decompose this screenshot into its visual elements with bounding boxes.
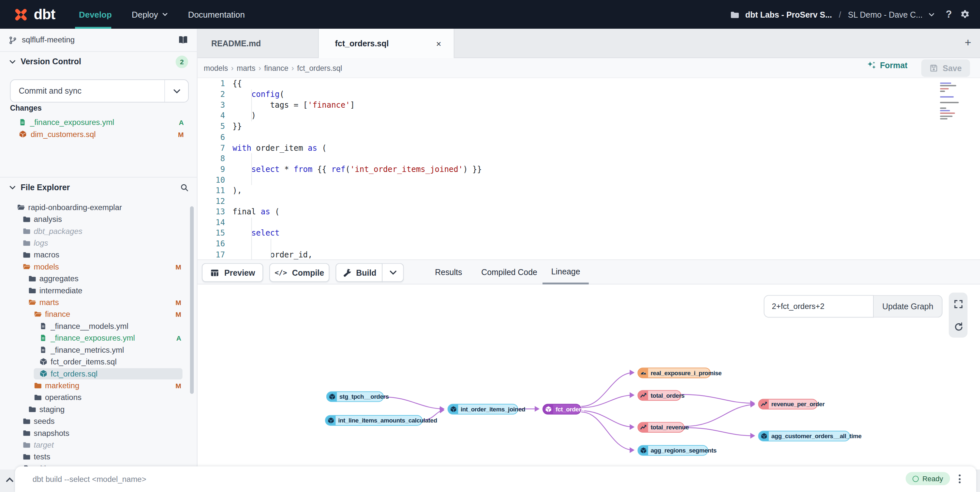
hammer-icon <box>342 268 351 277</box>
code-line: 10 <box>197 174 980 185</box>
tree-item-analysis[interactable]: analysis <box>0 213 197 225</box>
build-button[interactable]: Build <box>336 263 382 282</box>
save-label: Save <box>943 63 962 73</box>
folder-icon <box>28 405 36 414</box>
nav-item-deploy[interactable]: Deploy <box>132 10 168 19</box>
tab-results[interactable]: Results <box>426 260 471 284</box>
breadcrumb-item: marts <box>237 63 256 72</box>
save-button[interactable]: Save <box>921 59 970 77</box>
preview-button[interactable]: Preview <box>202 263 263 282</box>
tree-item-marts[interactable]: martsM <box>0 296 197 308</box>
code-editor[interactable]: 1{{2 config(3 tags = ['finance']4 )5}}67… <box>197 78 980 260</box>
chevron-down-icon <box>9 184 16 191</box>
version-control-header[interactable]: Version Control 2 <box>0 52 197 71</box>
build-options-caret[interactable] <box>382 263 404 282</box>
cube-icon <box>19 130 27 138</box>
lineage-node-agg_regions_segments[interactable]: agg_regions_segments <box>637 445 708 456</box>
tree-item-fct-order-items-sql[interactable]: fct_order_items.sql <box>0 356 197 367</box>
status-badge[interactable]: Ready <box>905 472 950 485</box>
lineage-node-real_exposure_i_promise[interactable]: real_exposure_i_promise <box>637 368 710 379</box>
command-input[interactable]: dbt build --select <model_name> <box>33 466 146 492</box>
lineage-edge <box>684 404 754 427</box>
cube-icon <box>40 358 48 366</box>
tree-item-staging[interactable]: staging <box>0 403 197 415</box>
branch-name[interactable]: sqlfluff-meeting <box>22 35 173 45</box>
lineage-node-int_line_items_amounts_calculated[interactable]: int_line_items_amounts_calculated <box>325 415 423 426</box>
logo-text: dbt <box>34 6 56 23</box>
tree-item--finance-models-yml[interactable]: _finance__models.yml <box>0 320 197 332</box>
lineage-node-fct_orders[interactable]: fct_orders <box>542 404 581 415</box>
lineage-node-revenue_per_order[interactable]: revenue_per_order <box>758 399 817 409</box>
account-name[interactable]: dbt Labs - ProServ S... <box>745 10 832 19</box>
help-icon[interactable]: ? <box>946 9 952 20</box>
changed-file-row[interactable]: _finance_exposures.ymlA <box>0 116 197 128</box>
new-tab-button[interactable]: + <box>965 36 971 49</box>
tree-item-models[interactable]: modelsM <box>0 261 197 272</box>
tab-compiled-code[interactable]: Compiled Code <box>473 260 546 284</box>
code-line: 7with order_item as ( <box>197 142 980 153</box>
tree-item-label: analysis <box>34 215 62 224</box>
tree-item-seeds[interactable]: seeds <box>0 415 197 427</box>
tree-item--finance-metrics-yml[interactable]: _finance_metrics.yml <box>0 344 197 356</box>
tree-item-finance[interactable]: financeM <box>0 308 197 320</box>
nav-item-develop[interactable]: Develop <box>79 10 112 19</box>
lineage-selector-input[interactable]: 2+fct_orders+2 <box>764 295 874 318</box>
tree-item-target[interactable]: target <box>0 439 197 450</box>
tree-item-operations[interactable]: operations <box>0 391 197 403</box>
tree-item-macros[interactable]: macros <box>0 249 197 261</box>
tree-item-marketing[interactable]: marketingM <box>0 379 197 391</box>
lineage-node-total_orders[interactable]: total_orders <box>637 390 681 401</box>
nav-item-documentation[interactable]: Documentation <box>188 10 245 19</box>
lineage-node-total_revenue[interactable]: total_revenue <box>637 422 684 433</box>
indent-guide <box>270 239 271 259</box>
changed-file-row[interactable]: dim_customers.sqlM <box>0 128 197 140</box>
update-graph-button[interactable]: Update Graph <box>874 295 942 318</box>
folder-icon <box>22 239 31 247</box>
gear-icon[interactable] <box>960 10 970 19</box>
tree-item-fct-orders-sql[interactable]: fct_orders.sql <box>0 368 197 379</box>
lineage-node-agg_customer_orders__all_time[interactable]: agg_customer_orders__all_time <box>758 431 850 441</box>
code-line: 1{{ <box>197 78 980 89</box>
button-label: Preview <box>224 268 255 277</box>
chevron-up-icon[interactable] <box>5 475 14 484</box>
tab-readme[interactable]: README.md <box>197 29 319 58</box>
code-text: }} <box>232 122 242 131</box>
editor-minimap[interactable] <box>940 83 965 121</box>
folder-icon <box>730 10 740 19</box>
close-icon[interactable]: × <box>436 38 441 49</box>
tab-lineage[interactable]: Lineage <box>542 260 589 284</box>
sidebar-scrollbar[interactable] <box>190 206 194 394</box>
tree-item-label: fct_order_items.sql <box>51 357 116 366</box>
lineage-node-stg_tpch__orders[interactable]: stg_tpch__orders <box>326 391 384 402</box>
project-name[interactable]: SL Demo - Dave C... <box>848 10 923 19</box>
tree-item-intermediate[interactable]: intermediate <box>0 284 197 296</box>
search-icon[interactable] <box>180 183 189 192</box>
tree-item-dbt-packages[interactable]: dbt_packages <box>0 225 197 237</box>
tree-item-label: staging <box>40 405 65 414</box>
file-explorer-header[interactable]: File Explorer <box>0 177 197 197</box>
model-cube-icon <box>326 416 336 425</box>
tree-item-aggregates[interactable]: aggregates <box>0 272 197 284</box>
commit-and-sync-button[interactable]: Commit and sync <box>10 79 189 102</box>
changes-count-badge: 2 <box>176 56 188 68</box>
fullscreen-icon[interactable] <box>954 299 963 308</box>
compile-button[interactable]: </>Compile <box>269 263 329 282</box>
commit-options-caret[interactable] <box>164 80 188 102</box>
docs-book-icon[interactable] <box>178 35 188 45</box>
tree-item-logs[interactable]: logs <box>0 237 197 249</box>
tree-item-rapid-onboarding-exemplar[interactable]: rapid-onboarding-exemplar <box>0 201 197 213</box>
tree-item-label: marketing <box>45 381 79 390</box>
tree-item-snapshots[interactable]: snapshots <box>0 427 197 439</box>
format-button[interactable]: Format <box>867 61 908 70</box>
tree-item-tests[interactable]: tests <box>0 451 197 463</box>
chevron-down-icon[interactable] <box>928 11 935 18</box>
kebab-menu-icon[interactable] <box>955 473 964 485</box>
tab-fct-orders[interactable]: fct_orders.sql × <box>319 29 455 58</box>
button-label: Build <box>356 268 376 277</box>
sparkles-icon <box>867 61 876 70</box>
code-line: 6 <box>197 131 980 142</box>
tree-item--finance-exposures-yml[interactable]: _finance_exposures.ymlA <box>0 332 197 343</box>
lineage-node-int_order_items_joined[interactable]: int_order_items_joined <box>448 404 519 415</box>
reset-view-icon[interactable] <box>954 322 963 331</box>
model-cube-icon <box>448 404 458 414</box>
